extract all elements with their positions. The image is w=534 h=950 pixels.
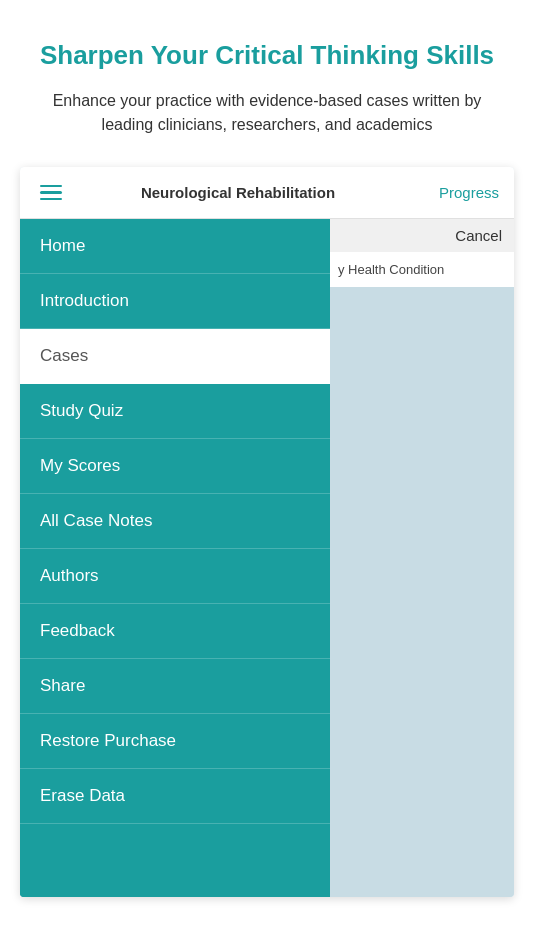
sidebar-item-my-scores[interactable]: My Scores xyxy=(20,439,330,494)
sidebar-item-feedback[interactable]: Feedback xyxy=(20,604,330,659)
subtitle: Enhance your practice with evidence-base… xyxy=(30,89,504,137)
cancel-bar: Cancel xyxy=(330,219,514,252)
main-title: Sharpen Your Critical Thinking Skills xyxy=(30,40,504,71)
sidebar-item-restore-purchase[interactable]: Restore Purchase xyxy=(20,714,330,769)
sidebar-item-all-case-notes[interactable]: All Case Notes xyxy=(20,494,330,549)
cancel-button[interactable]: Cancel xyxy=(455,227,502,244)
sidebar-item-erase-data[interactable]: Erase Data xyxy=(20,769,330,824)
health-condition-bar: y Health Condition xyxy=(330,252,514,287)
navbar: Neurological Rehabilitation Progress xyxy=(20,167,514,219)
app-container: Neurological Rehabilitation Progress Hom… xyxy=(20,167,514,897)
drawer-remainder xyxy=(20,824,330,897)
right-panel: Cancel y Health Condition xyxy=(330,219,514,897)
drawer: Home Introduction Cases Study Quiz My Sc… xyxy=(20,219,330,897)
sidebar-item-home[interactable]: Home xyxy=(20,219,330,274)
sidebar-item-study-quiz[interactable]: Study Quiz xyxy=(20,384,330,439)
sidebar-item-cases[interactable]: Cases xyxy=(20,329,330,384)
sidebar-item-introduction[interactable]: Introduction xyxy=(20,274,330,329)
navbar-progress[interactable]: Progress xyxy=(439,184,499,201)
navbar-title: Neurological Rehabilitation xyxy=(37,184,439,201)
header-section: Sharpen Your Critical Thinking Skills En… xyxy=(0,0,534,157)
sidebar-item-authors[interactable]: Authors xyxy=(20,549,330,604)
sidebar-item-share[interactable]: Share xyxy=(20,659,330,714)
